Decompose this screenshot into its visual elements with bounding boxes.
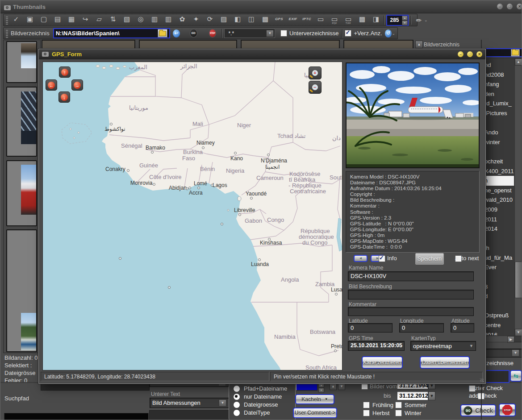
toolbar-icon[interactable]: ▱ [94,15,104,26]
folder-list-item[interactable]: th [482,243,514,253]
folder-list-item[interactable]: Ostpreuß [482,311,514,320]
season-option[interactable]: Winter [395,410,427,416]
toolbar-icon[interactable]: ◫ [246,15,257,26]
toolbar-icon[interactable]: ✿ [177,15,188,26]
toolbar-icon[interactable]: ◨ [371,15,381,26]
toolbar-icon[interactable]: ▣ [25,15,35,26]
swatch-down-icon[interactable]: ▼ [338,383,345,390]
toolbar-icon[interactable]: ◧ [232,15,243,26]
refresh-dirs-icon[interactable]: ↺ [385,29,392,37]
toolbar-icon[interactable]: ▨ [218,15,229,26]
toolbar-icon[interactable]: EXIF [288,15,298,26]
scrollbar-thumb[interactable] [515,262,522,298]
daten-uebernehmen-button[interactable]: Daten übernehmen [420,356,470,369]
back-icon[interactable]: ↩ [173,29,180,37]
spinner-arrows[interactable]: ▲▼ [402,16,408,25]
pathbar-grip[interactable] [6,29,8,38]
suchpfad-input[interactable] [4,413,149,420]
season-checkbox[interactable] [395,410,402,416]
zoom-in-button[interactable]: + [309,67,322,79]
zoom-out-button[interactable]: − [309,81,322,94]
season-option[interactable]: Herbst [363,410,395,416]
verz-checkbox[interactable] [345,30,351,37]
scroll-up-icon[interactable]: ▲ [515,58,522,66]
folder-list-item[interactable]: Ando [482,128,514,137]
toolbar-icon[interactable]: ▭ [315,15,326,26]
photo-preview[interactable] [346,62,480,168]
toolbar-icon[interactable]: ⇅ [108,15,118,26]
subdirs-checkbox[interactable] [280,30,287,37]
radio-icon[interactable] [233,401,240,408]
folder-list-item[interactable]: 3 [482,282,514,292]
kamera-name-input[interactable]: DSC-HX100V [348,271,474,281]
toolbar-icon[interactable]: ▭ PDF [329,15,340,26]
folder-list-item[interactable]: den [482,89,514,99]
toolbar-icon[interactable]: ▢ [38,15,49,26]
folder-list-item[interactable]: rd_Lumix_ [482,99,514,108]
folder-list-item[interactable]: ud_für_Ma [482,253,514,263]
toolbar-icon[interactable]: GPS [274,15,284,26]
prev-image-button[interactable]: ◄ [354,255,367,262]
season-checkbox[interactable] [395,402,402,408]
thumbnail-top[interactable] [343,40,413,48]
toolbar-icon[interactable]: ✦ [191,15,201,26]
pan-up-button[interactable]: ↑ [59,67,71,78]
toolbar-icon[interactable]: ⟳ [205,15,215,26]
resize-grip[interactable] [480,378,484,382]
radio-option[interactable]: Dateigroesse [233,401,287,408]
verz-checkbox-row[interactable]: +Verz.Anz. [345,30,382,37]
folder-list-item[interactable]: 2011 [482,215,514,225]
toolbar-icon[interactable]: IPTC [301,15,312,26]
folder-list-item[interactable]: nd2008 [482,70,514,80]
unterer-text-select[interactable]: Bild Abmessungen ▼ [150,398,229,408]
stop-check-button[interactable]: STOP [499,403,516,416]
season-checkbox[interactable] [363,410,370,416]
minimize-button[interactable]: – [497,4,503,9]
kartentyp-select[interactable]: openstreetmap ▼ [410,341,476,351]
swatch-spinner[interactable]: ▲▼ [318,383,324,390]
kommentar-input[interactable] [348,307,474,316]
toolbar-icon[interactable]: ▩ [260,15,271,26]
folder-list-item[interactable]: ochzeit [482,157,514,166]
color-swatch[interactable] [296,383,317,391]
folder-list-item[interactable]: 2016 [482,330,514,335]
subdirs-checkbox-row[interactable]: Unterverzeichnisse [280,30,339,37]
toolbar-icon[interactable]: ▭ TIFF [343,15,354,26]
sidebar-select[interactable]: ▼ [482,349,522,358]
folder-list-item[interactable]: 2009 [482,205,514,215]
toolbar-icon[interactable]: ↪ [80,15,91,26]
dialog-minimize-button[interactable]: – [458,51,464,57]
folder-list-item[interactable]: centre [482,320,514,330]
folder-list-item[interactable] [482,234,514,244]
gps-time-input[interactable]: 25.10.2021 15:20:05 [348,341,405,351]
date-to-field[interactable]: 31.12.2012 [397,391,428,400]
toolbar-icon[interactable]: ▥ [149,15,160,26]
toolbar-icon[interactable]: ▦ [66,15,77,26]
folder-list-item[interactable]: Pictures [482,108,514,118]
toolbar-icon[interactable]: ▥ [163,15,174,26]
map-canvas[interactable]: المغربالجزائرليبياموريتانياMaliNigerTcha… [42,62,342,370]
scroll-down-icon[interactable]: ▼ [515,329,522,336]
radio-option[interactable]: Pfad+Dateiname [233,385,287,392]
browse-folder-button[interactable] [158,29,167,37]
dialog-title-bar[interactable]: GPS_Form – □ ✕ [39,49,485,59]
folder-list-item[interactable]: wald_2010 [482,195,514,205]
sidebar-path-input[interactable]: \ [482,48,522,57]
radio-icon[interactable] [233,409,240,416]
bilder-vom-checkbox[interactable] [361,383,368,390]
pan-right-button[interactable]: → [71,79,83,91]
kacheln-button[interactable]: Kacheln ▼ [295,394,334,404]
folder-list-item[interactable]: 2014 [482,224,514,234]
thumbnail-top[interactable] [42,40,135,48]
close-button[interactable]: ✕ [517,4,522,9]
folder-list-item[interactable] [482,147,514,157]
folder-list-item[interactable] [482,272,514,282]
sidebar-browse-button[interactable] [511,49,520,57]
bild-beschreibung-input[interactable] [348,290,474,299]
toolbar-icon[interactable]: ▧ [121,15,132,26]
thumbnail-top[interactable] [241,40,340,48]
sidebar-refresh-button[interactable]: ⇆ [510,370,522,382]
image-directory-input[interactable]: N:\NAS\Bilder\Spanien\ [53,28,170,38]
folder-list-item[interactable]: n [482,176,514,186]
radio-option[interactable]: DateiType [233,409,287,416]
